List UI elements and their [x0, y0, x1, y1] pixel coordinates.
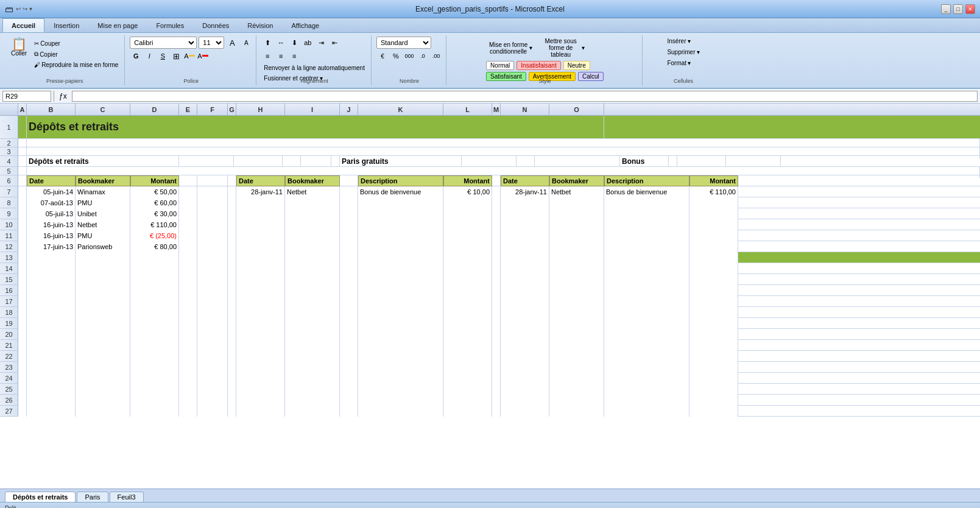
cell-m7[interactable]	[492, 186, 501, 197]
cell-N18[interactable]	[501, 307, 549, 318]
col-header-f[interactable]: F	[197, 104, 228, 115]
cell-G13[interactable]	[228, 252, 236, 263]
cell-d8[interactable]: € 60,00	[130, 197, 179, 208]
cell-J23[interactable]	[340, 362, 358, 373]
cell-N23[interactable]	[501, 362, 549, 373]
cell-C22[interactable]	[76, 351, 130, 362]
inserer-button[interactable]: Insérer▾	[664, 37, 693, 46]
cell-K21[interactable]	[358, 340, 443, 351]
number-format-select[interactable]: Standard	[376, 37, 431, 49]
cell-K20[interactable]	[358, 329, 443, 340]
cell-E20[interactable]	[179, 329, 197, 340]
cell-M21[interactable]	[492, 340, 501, 351]
cell-M23[interactable]	[492, 362, 501, 373]
row-num-18[interactable]: 18	[0, 307, 18, 318]
cell-C13[interactable]	[76, 252, 130, 263]
cell-D23[interactable]	[130, 362, 179, 373]
cell-N24[interactable]	[501, 373, 549, 384]
row-num-19[interactable]: 19	[0, 318, 18, 329]
cell-a6[interactable]	[18, 175, 27, 186]
cell-J21[interactable]	[340, 340, 358, 351]
cell-c10[interactable]: Netbet	[76, 219, 130, 230]
cell-g4[interactable]	[331, 156, 340, 167]
cell-E17[interactable]	[179, 296, 197, 307]
row-num-24[interactable]: 24	[0, 373, 18, 384]
cell-C18[interactable]	[76, 307, 130, 318]
cell-N16[interactable]	[501, 285, 549, 296]
cell-C26[interactable]	[76, 395, 130, 406]
cell-G27[interactable]	[228, 406, 236, 417]
align-middle-button[interactable]: ↔	[275, 37, 287, 49]
cell-E25[interactable]	[179, 384, 197, 395]
cell-H24[interactable]	[236, 373, 285, 384]
cell-L15[interactable]	[443, 274, 492, 285]
cell-E16[interactable]	[179, 285, 197, 296]
col-header-b[interactable]: B	[27, 104, 76, 115]
cell-O22[interactable]	[549, 351, 604, 362]
row-num-12[interactable]: 12	[0, 241, 18, 252]
text-orient-button[interactable]: ab	[301, 37, 314, 49]
cell-O17[interactable]	[549, 296, 604, 307]
tab-revision[interactable]: Révision	[238, 18, 282, 32]
cell-d12[interactable]: € 80,00	[130, 241, 179, 252]
cell-L21[interactable]	[443, 340, 492, 351]
cell-A27[interactable]	[18, 406, 27, 417]
cell-q7[interactable]: € 110,00	[689, 186, 738, 197]
cell-M22[interactable]	[492, 351, 501, 362]
cell-k4[interactable]	[535, 156, 620, 167]
cell-o7[interactable]: Netbet	[549, 186, 604, 197]
col-header-o[interactable]: O	[549, 104, 604, 115]
cell-d4[interactable]	[234, 156, 283, 167]
row-num-14[interactable]: 14	[0, 263, 18, 274]
cell-O13[interactable]	[549, 252, 604, 263]
cell-n4[interactable]	[677, 156, 726, 167]
cell-c12[interactable]: Parionsweb	[76, 241, 130, 252]
cell-B19[interactable]	[27, 318, 76, 329]
cell-D21[interactable]	[130, 340, 179, 351]
cell-B14[interactable]	[27, 263, 76, 274]
cell-j7[interactable]	[340, 186, 358, 197]
style-avertissement[interactable]: Avertissement	[529, 72, 576, 81]
cell-B21[interactable]	[27, 340, 76, 351]
cell-C23[interactable]	[76, 362, 130, 373]
cell-h4[interactable]: Paris gratuits	[340, 156, 462, 167]
cell-B23[interactable]	[27, 362, 76, 373]
cell-M18[interactable]	[492, 307, 501, 318]
row-num-21[interactable]: 21	[0, 340, 18, 351]
cell-p6[interactable]: Description	[604, 175, 689, 186]
cell-B26[interactable]	[27, 395, 76, 406]
cell-G22[interactable]	[228, 351, 236, 362]
cell-d10[interactable]: € 110,00	[130, 219, 179, 230]
cell-I20[interactable]	[285, 329, 340, 340]
cell-C19[interactable]	[76, 318, 130, 329]
col-header-c[interactable]: C	[76, 104, 130, 115]
supprimer-button[interactable]: Supprimer▾	[664, 48, 702, 57]
cell-d7[interactable]: € 50,00	[130, 186, 179, 197]
cell-O24[interactable]	[549, 373, 604, 384]
cell-N25[interactable]	[501, 384, 549, 395]
row-num-6[interactable]: 6	[0, 175, 18, 186]
cell-E27[interactable]	[179, 406, 197, 417]
cell-B13[interactable]	[27, 252, 76, 263]
cell-K15[interactable]	[358, 274, 443, 285]
cell-g6[interactable]	[228, 175, 236, 186]
cell-b8[interactable]: 07-août-13	[27, 197, 76, 208]
cell-C27[interactable]	[76, 406, 130, 417]
cell-d6[interactable]: Montant	[130, 175, 179, 186]
cell-B24[interactable]	[27, 373, 76, 384]
cell-F19[interactable]	[197, 318, 228, 329]
cell-B16[interactable]	[27, 285, 76, 296]
cell-G15[interactable]	[228, 274, 236, 285]
cell-H19[interactable]	[236, 318, 285, 329]
cell-c4[interactable]	[179, 156, 234, 167]
font-name-select[interactable]: Calibri	[130, 37, 197, 49]
cell-B20[interactable]	[27, 329, 76, 340]
cell-M14[interactable]	[492, 263, 501, 274]
format-button[interactable]: Format▾	[664, 58, 693, 68]
currency-button[interactable]: €	[376, 50, 389, 62]
couper-button[interactable]: ✂ Couper	[32, 39, 121, 48]
cell-H14[interactable]	[236, 263, 285, 274]
cell-L18[interactable]	[443, 307, 492, 318]
cell-F15[interactable]	[197, 274, 228, 285]
cell-M13[interactable]	[492, 252, 501, 263]
